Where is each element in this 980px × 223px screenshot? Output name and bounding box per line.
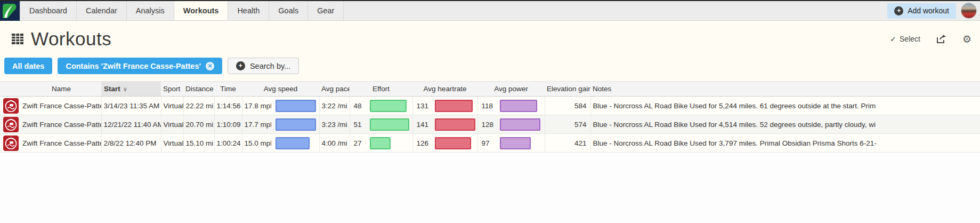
tab-analysis[interactable]: Analysis — [127, 1, 174, 20]
search-by-button[interactable]: + Search by... — [228, 58, 299, 74]
avg-speed-bar — [276, 100, 316, 112]
remove-filter-icon[interactable]: ✕ — [206, 62, 214, 70]
select-button[interactable]: ✓ Select — [890, 35, 920, 43]
workout-effort: 48 — [350, 97, 366, 115]
sort-chevron-down-icon: ∨ — [123, 86, 127, 92]
nav-tabs: DashboardCalendarAnalysisWorkoutsHealthG… — [20, 1, 344, 20]
workout-avg-power: 118 — [477, 97, 496, 115]
workout-distance: 22.22 mi — [183, 97, 214, 115]
column-header-avg-heartrate[interactable]: Avg heartrate — [412, 82, 477, 97]
column-header-avg-speed[interactable]: Avg speed — [242, 82, 319, 97]
tab-calendar[interactable]: Calendar — [77, 1, 127, 20]
avg-speed-bar — [276, 137, 310, 149]
add-workout-button[interactable]: + Add workout — [887, 3, 956, 19]
select-label: Select — [900, 35, 920, 43]
avg-speed-bar — [276, 118, 316, 131]
workout-start-date: 12/21/22 11:40 AM — [101, 115, 161, 134]
workout-time: 1:00:24 — [214, 134, 242, 153]
effort-bar — [370, 100, 407, 112]
table-grid-icon — [11, 32, 25, 46]
table-row[interactable]: Zwift France Casse-Pattes 2/8/22 12:40 P… — [0, 134, 980, 153]
column-header-effort[interactable]: Effort — [350, 82, 412, 97]
tab-gear[interactable]: Gear — [308, 1, 344, 20]
add-workout-label: Add workout — [908, 6, 949, 15]
all-dates-label: All dates — [12, 62, 44, 70]
effort-bar-cell — [366, 115, 412, 134]
power-bar — [500, 118, 540, 131]
column-header-start[interactable]: Start∨ — [101, 82, 161, 97]
avg-speed-bar-cell — [271, 97, 319, 115]
workout-effort: 27 — [350, 134, 366, 153]
effort-bar — [370, 118, 409, 131]
workout-avg-heartrate: 141 — [412, 115, 431, 134]
workout-avg-power: 97 — [477, 134, 496, 153]
heartrate-bar — [435, 118, 475, 131]
workout-notes: Blue - Norcross AL Road Bike Used for 4,… — [590, 115, 980, 134]
check-icon: ✓ — [890, 35, 896, 43]
all-dates-filter-chip[interactable]: All dates — [4, 58, 52, 74]
workout-avg-pace: 4:00 /mi — [319, 134, 350, 153]
share-export-icon[interactable] — [936, 35, 946, 44]
activity-icon-cell — [0, 115, 21, 134]
heartrate-bar-cell — [431, 134, 477, 153]
activity-icon-cell — [0, 134, 21, 153]
virtual-ride-icon — [3, 98, 19, 114]
icon-column-header — [0, 82, 21, 97]
settings-gear-icon[interactable]: ⚙ — [962, 34, 971, 44]
column-header-time[interactable]: Time — [214, 82, 242, 97]
power-bar-cell — [496, 97, 545, 115]
workout-avg-pace: 3:23 /mi — [319, 115, 350, 134]
column-header-distance[interactable]: Distance — [183, 82, 214, 97]
workout-avg-speed: 15.0 mph — [242, 134, 271, 153]
tab-dashboard[interactable]: Dashboard — [20, 1, 77, 20]
avg-speed-bar-cell — [271, 134, 319, 153]
effort-bar — [370, 137, 391, 149]
workout-start-date: 3/14/23 11:35 AM — [101, 97, 161, 115]
workout-name[interactable]: Zwift France Casse-Pattes — [21, 134, 101, 153]
tab-health[interactable]: Health — [228, 1, 269, 20]
contains-filter-chip[interactable]: Contains 'Zwift France Casse-Pattes' ✕ — [58, 58, 222, 74]
column-header-sport[interactable]: Sport — [161, 82, 183, 97]
workout-sport: Virtual — [161, 134, 183, 153]
power-bar — [500, 100, 537, 112]
workout-avg-heartrate: 131 — [412, 97, 431, 115]
column-header-elevation-gain[interactable]: Elevation gain — [545, 82, 590, 97]
navbar: DashboardCalendarAnalysisWorkoutsHealthG… — [0, 1, 980, 21]
plus-circle-icon: + — [236, 61, 245, 70]
column-header-name[interactable]: Name — [21, 82, 101, 97]
column-header-notes[interactable]: Notes — [590, 82, 980, 97]
tab-goals[interactable]: Goals — [269, 1, 308, 20]
workout-avg-heartrate: 126 — [412, 134, 431, 153]
workout-name[interactable]: Zwift France Casse-Pattes — [21, 97, 101, 115]
table-row[interactable]: Zwift France Casse-Pattes 12/21/22 11:40… — [0, 115, 980, 134]
workout-sport: Virtual — [161, 115, 183, 134]
effort-bar-cell — [366, 97, 412, 115]
workout-time: 1:10:09 — [214, 115, 242, 134]
workout-elevation-gain: 584 — [545, 97, 590, 115]
navbar-right: + Add workout — [887, 1, 980, 20]
heartrate-bar-cell — [431, 115, 477, 134]
app-logo-icon[interactable] — [0, 1, 20, 21]
workout-start-date: 2/8/22 12:40 PM — [101, 134, 161, 153]
user-avatar[interactable] — [961, 3, 977, 19]
workout-sport: Virtual — [161, 97, 183, 115]
plus-circle-icon: + — [894, 6, 903, 15]
effort-bar-cell — [366, 134, 412, 153]
column-header-avg-power[interactable]: Avg power — [477, 82, 545, 97]
workout-time: 1:14:56 — [214, 97, 242, 115]
page-title: Workouts — [31, 28, 111, 50]
power-bar-cell — [496, 115, 545, 134]
workout-name[interactable]: Zwift France Casse-Pattes — [21, 115, 101, 134]
tab-workouts[interactable]: Workouts — [174, 1, 229, 20]
workout-notes: Blue - Norcross AL Road Bike Used for 3,… — [590, 134, 980, 153]
workout-avg-pace: 3:22 /mi — [319, 97, 350, 115]
column-header-avg-pace[interactable]: Avg pace — [319, 82, 350, 97]
workout-avg-power: 128 — [477, 115, 496, 134]
filter-bar: All dates Contains 'Zwift France Casse-P… — [0, 52, 980, 81]
workout-avg-speed: 17.8 mph — [242, 97, 271, 115]
contains-filter-label: Contains 'Zwift France Casse-Pattes' — [66, 62, 200, 70]
workouts-table: Name Start∨ Sport Distance Time Avg spee… — [0, 81, 980, 153]
heartrate-bar — [435, 137, 471, 149]
table-row[interactable]: Zwift France Casse-Pattes 3/14/23 11:35 … — [0, 97, 980, 115]
workout-effort: 51 — [350, 115, 366, 134]
